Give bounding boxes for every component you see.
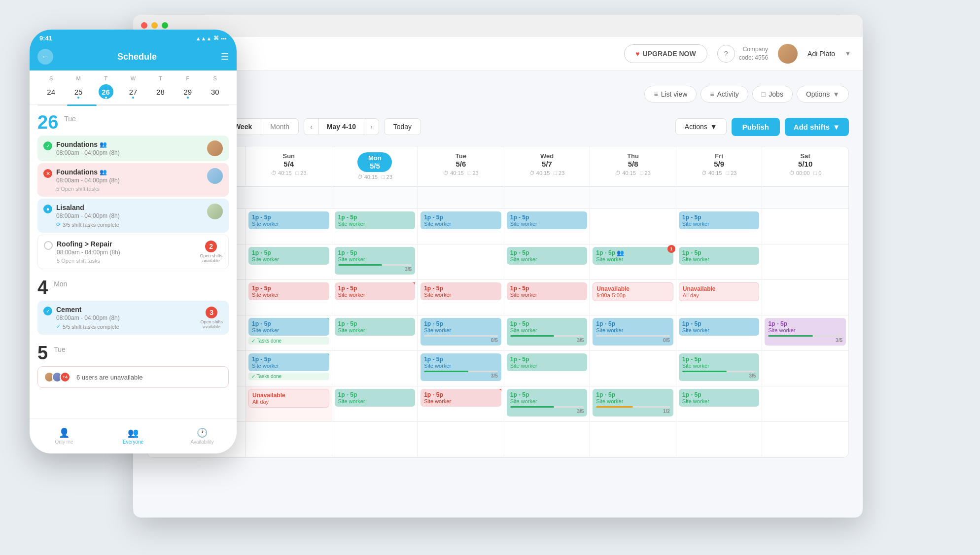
col-wed: Wed 5/7 ⏱ 40:15 □ 23 — [504, 146, 591, 186]
actions-button[interactable]: Actions ▼ — [675, 118, 727, 135]
shift-tag: 1p - 5p Site worker 3/5 — [420, 353, 501, 381]
mike-sun[interactable]: 1p - 5p Site worker — [246, 209, 332, 244]
user-avatar — [778, 44, 798, 64]
verna-fri[interactable]: 1p - 5p Site worker 3/5 — [676, 351, 763, 386]
jerome-mon[interactable]: 1p - 5p Site worker — [332, 280, 419, 315]
add-shifts-label: Add shifts — [794, 123, 830, 131]
jerome-fri[interactable]: Unavailable All day — [676, 280, 763, 315]
cal-date-26-today[interactable]: 26 — [99, 84, 113, 99]
shift-lisaland-title: Lisaland — [56, 204, 203, 211]
cal-date-30[interactable]: 30 — [208, 84, 222, 99]
cal-date-28[interactable]: 28 — [153, 84, 168, 99]
shift-foundations-green[interactable]: ✓ Foundations 👥 08:00am - 04:00pm (8h) — [37, 136, 229, 161]
unavail-avatars: +4 — [44, 372, 70, 382]
options-button[interactable]: Options ▼ — [797, 86, 849, 103]
lucas-sat[interactable]: 1p - 5p Site worker 3/5 — [762, 315, 848, 350]
lucas-mon[interactable]: 1p - 5p Site worker — [332, 315, 419, 350]
jerome-wed[interactable]: 1p - 5p Site worker — [504, 280, 591, 315]
actions-chevron-icon: ▼ — [710, 123, 717, 131]
phone-bottom-nav: 👤 Only me 👥 Everyone 🕐 Availability — [30, 418, 237, 453]
user-chevron-icon[interactable]: ▼ — [845, 50, 851, 57]
cal-date-24[interactable]: 24 — [44, 84, 59, 99]
shift-tag: 1p - 5p Site worker — [248, 247, 329, 265]
jerome-tue[interactable]: 1p - 5p Site worker — [418, 280, 504, 315]
shift-tag: 1p - 5p Site worker — [335, 389, 416, 407]
nav-availability[interactable]: 🕐 Availability — [168, 423, 237, 449]
mario-sun[interactable]: 1p - 5p Site worker — [246, 244, 332, 279]
nav-only-me[interactable]: 👤 Only me — [30, 423, 99, 449]
mike-mon[interactable]: 1p - 5p Site worker — [332, 209, 419, 244]
shift-cement[interactable]: ✓ Cement 08:00am - 04:00pm (8h) ✓ 5/5 sh… — [37, 301, 229, 335]
mike-fri[interactable]: 1p - 5p Site worker — [676, 209, 763, 244]
luis-tue[interactable]: 1p - 5p Site worker — [418, 386, 504, 421]
mario-wed[interactable]: 1p - 5p Site worker — [504, 244, 591, 279]
list-view-button[interactable]: ≡ List view — [644, 86, 697, 103]
schedule-grid: View by employees ▼ Sun 5/4 ⏱ 40:15 □ 23 — [147, 146, 849, 458]
day-5-number: 5 — [37, 344, 48, 362]
activity-label: Activity — [717, 90, 739, 98]
shift-roofing[interactable]: Roofing > Repair 08:00am - 04:00pm (8h) … — [37, 235, 229, 269]
verna-tue[interactable]: 1p - 5p Site worker 3/5 — [418, 351, 504, 386]
heart-icon: ♥ — [635, 50, 639, 58]
month-btn[interactable]: Month — [261, 119, 298, 135]
shift-cement-time: 08:00am - 04:00pm (8h) — [56, 314, 223, 321]
luis-fri[interactable]: 1p - 5p Site worker — [676, 386, 763, 421]
activity-button[interactable]: ≡ Activity — [700, 86, 748, 103]
today-button[interactable]: Today — [384, 118, 421, 135]
employee-row-mike: Mike Sanders ⏱ 30 □ 23 1p - 5p Site work… — [147, 209, 848, 244]
mario-fri[interactable]: 1p - 5p Site worker — [676, 244, 763, 279]
lucas-thu[interactable]: 1p - 5p Site worker 0/5 — [590, 315, 676, 350]
jerome-thu[interactable]: Unavailable 9:00a-5:00p — [590, 280, 676, 315]
lucas-tue[interactable]: 1p - 5p Site worker 0/5 — [418, 315, 504, 350]
help-icon[interactable]: ? — [717, 45, 735, 63]
mike-tue[interactable]: 1p - 5p Site worker — [418, 209, 504, 244]
verna-sun[interactable]: 1p - 5p Site worker ✓ Tasks done — [246, 351, 332, 386]
shift-foundations-red[interactable]: ✕ Foundations 👥 08:00am - 04:00pm (8h) 5… — [37, 163, 229, 197]
group-icon: 👥 — [100, 141, 107, 148]
day-4-name: Mon — [54, 280, 67, 288]
jobs-button[interactable]: □ Jobs — [752, 86, 793, 103]
back-button[interactable]: ← — [37, 49, 53, 65]
shift-tag: 1p - 5p Site worker 3/5 — [507, 318, 588, 346]
cal-date-25[interactable]: 25 — [71, 84, 86, 99]
luis-wed[interactable]: 1p - 5p Site worker 3/5 — [504, 386, 591, 421]
shift-tag: 1p - 5p Site worker — [335, 211, 416, 229]
upgrade-button[interactable]: ♥ UPGRADE NOW — [624, 44, 707, 63]
luis-mon[interactable]: 1p - 5p Site worker — [332, 386, 419, 421]
maximize-button[interactable] — [162, 22, 168, 29]
publish-button[interactable]: Publish — [732, 118, 780, 136]
prev-week-button[interactable]: ‹ — [304, 119, 318, 135]
tasks-done-badge: ✓ Tasks done — [248, 337, 329, 345]
wifi-icon: ⌘ — [213, 35, 219, 41]
minimize-button[interactable] — [151, 22, 158, 29]
mario-mon[interactable]: 1p - 5p Site worker 3/5 — [332, 244, 419, 279]
mike-wed[interactable]: 1p - 5p Site worker — [504, 209, 591, 244]
mario-sat — [762, 244, 848, 279]
top-nav-right: ♥ UPGRADE NOW ? Company code: 4556 Adi P… — [624, 44, 851, 64]
shift-lisaland[interactable]: ● Lisaland 08:00am - 04:00pm (8h) ⟳ 3/5 … — [37, 199, 229, 233]
verna-mon — [332, 351, 419, 386]
cal-date-27[interactable]: 27 — [126, 84, 140, 99]
mario-thu[interactable]: 1 1p - 5p 👥 Site worker — [590, 244, 676, 279]
nav-everyone[interactable]: 👥 Everyone — [99, 423, 168, 449]
employee-row-lois: Lois Carson ⏱ 30 □ 23 — [147, 422, 848, 457]
shift-tag: 1p - 5p Site worker — [420, 282, 501, 300]
add-shifts-button[interactable]: Add shifts ▼ — [785, 118, 849, 136]
next-week-button[interactable]: › — [364, 119, 379, 135]
lucas-fri[interactable]: 1p - 5p Site worker — [676, 315, 763, 350]
cal-date-29[interactable]: 29 — [180, 84, 195, 99]
luis-sun[interactable]: Unavailable All day — [246, 386, 332, 421]
clock-icon: 🕐 — [197, 427, 208, 438]
jerome-sun[interactable]: 1p - 5p Site worker — [246, 280, 332, 315]
lucas-sun[interactable]: 1p - 5p Site worker ✓ Tasks done — [246, 315, 332, 350]
verna-wed[interactable]: 1p - 5p Site worker — [504, 351, 591, 386]
unavailable-row[interactable]: +4 6 users are unavailable — [37, 366, 229, 388]
close-button[interactable] — [141, 22, 147, 29]
luis-thu[interactable]: 1p - 5p Site worker 1/2 — [590, 386, 676, 421]
lucas-wed[interactable]: 1p - 5p Site worker 3/5 — [504, 315, 591, 350]
jobs-icon: □ — [762, 90, 766, 98]
day-26-name: Tue — [64, 115, 76, 123]
phone-menu-button[interactable]: ☰ — [221, 51, 229, 62]
calendar-toolbar: 🔍 ▽ Day Week Month ‹ May 4-10 › Today Ac… — [147, 117, 849, 136]
employee-row-mario: Mario Watte... ⏱ 30 □ 23 1p - 5p Site wo… — [147, 244, 848, 280]
